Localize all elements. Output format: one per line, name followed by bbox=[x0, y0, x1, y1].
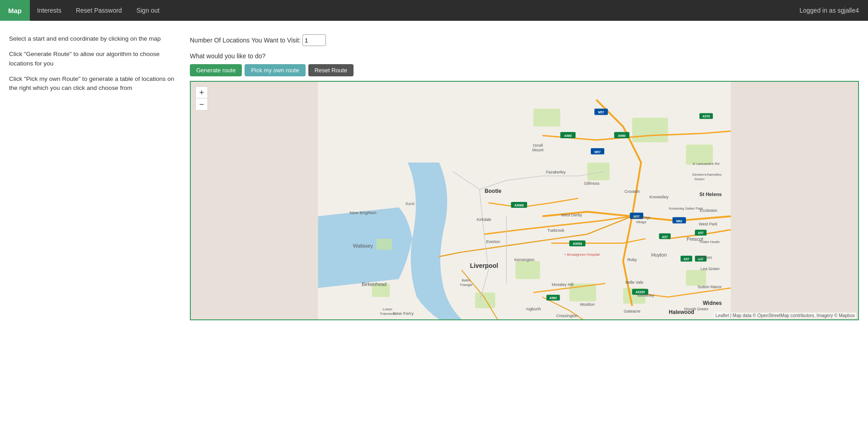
instruction-3: Click "Pick my own Route" to generate a … bbox=[9, 75, 181, 93]
svg-text:Gillmoss: Gillmoss bbox=[584, 181, 600, 186]
svg-text:A57: A57 bbox=[698, 231, 704, 234]
svg-text:A580: A580 bbox=[564, 134, 572, 137]
num-locations-row: Number Of Locations You Want to Visit: bbox=[190, 34, 859, 46]
svg-rect-8 bbox=[686, 270, 706, 286]
svg-text:Bootle: Bootle bbox=[485, 188, 501, 194]
svg-text:A580: A580 bbox=[618, 134, 626, 137]
svg-text:Wallasey: Wallasey bbox=[353, 243, 373, 248]
svg-text:Whiston: Whiston bbox=[696, 255, 712, 260]
svg-rect-9 bbox=[475, 292, 495, 308]
svg-text:A5058: A5058 bbox=[573, 242, 582, 245]
reset-route-button[interactable]: Reset Route bbox=[308, 64, 354, 76]
svg-rect-4 bbox=[587, 163, 610, 181]
svg-text:Sutton Manor: Sutton Manor bbox=[698, 285, 722, 289]
svg-text:Aigburth: Aigburth bbox=[526, 307, 541, 311]
svg-text:Kensington: Kensington bbox=[514, 257, 535, 262]
svg-text:Haresfinc: Haresfinc bbox=[707, 173, 722, 177]
what-label: What would you like to do? bbox=[190, 52, 859, 60]
map-svg: M57 M57 M62 A580 A580 A57 A57 A962 A5209 bbox=[191, 82, 858, 319]
svg-text:A57: A57 bbox=[662, 235, 668, 239]
svg-text:A962: A962 bbox=[549, 296, 557, 300]
svg-text:A579: A579 bbox=[703, 115, 710, 118]
map-container[interactable]: + − bbox=[190, 81, 859, 320]
svg-text:Knowsley: Knowsley bbox=[650, 194, 669, 199]
svg-text:Halewood: Halewood bbox=[669, 309, 694, 315]
svg-text:West Park: West Park bbox=[699, 222, 718, 226]
svg-text:Gateacre: Gateacre bbox=[624, 309, 641, 314]
svg-rect-2 bbox=[632, 117, 668, 142]
svg-text:Lower: Lower bbox=[383, 307, 393, 311]
svg-text:Tranmere: Tranmere bbox=[380, 312, 396, 316]
svg-text:Baltic: Baltic bbox=[462, 278, 470, 282]
nav-link-reset-password[interactable]: Reset Password bbox=[69, 0, 129, 21]
svg-text:Woolton: Woolton bbox=[580, 302, 595, 307]
svg-text:Widnes: Widnes bbox=[703, 300, 722, 306]
svg-text:Thatto Heath: Thatto Heath bbox=[699, 240, 720, 244]
generate-route-button[interactable]: Generate route bbox=[190, 64, 242, 76]
svg-rect-1 bbox=[533, 109, 561, 127]
svg-text:A57: A57 bbox=[684, 257, 689, 261]
svg-text:A5088: A5088 bbox=[514, 204, 524, 207]
left-panel: Select a start and end coordinate by cli… bbox=[9, 30, 181, 320]
svg-text:Huyton: Huyton bbox=[651, 252, 667, 257]
zoom-in-button[interactable]: + bbox=[196, 87, 208, 98]
main-content: Select a start and end coordinate by cli… bbox=[0, 21, 868, 320]
svg-text:Mount: Mount bbox=[532, 148, 543, 152]
svg-text:Netherley: Netherley bbox=[637, 293, 655, 298]
right-panel: Number Of Locations You Want to Visit: W… bbox=[190, 30, 859, 320]
svg-text:Liverpool: Liverpool bbox=[470, 262, 498, 269]
svg-text:Orrell: Orrell bbox=[533, 143, 543, 148]
svg-text:Cressington: Cressington bbox=[556, 314, 578, 318]
svg-text:E Lancashire Rd: E Lancashire Rd bbox=[693, 162, 720, 166]
action-buttons: Generate route Pick my own route Reset R… bbox=[190, 64, 859, 76]
navbar: Map Interests Reset Password Sign out Lo… bbox=[0, 0, 868, 21]
svg-text:+ Broadgreen Hospital: + Broadgreen Hospital bbox=[564, 253, 600, 257]
svg-text:Belle Vale: Belle Vale bbox=[625, 280, 643, 285]
svg-text:Knowsley Safari Park: Knowsley Safari Park bbox=[669, 206, 703, 211]
svg-text:M57: M57 bbox=[598, 111, 604, 114]
svg-text:Village: Village bbox=[636, 220, 646, 224]
svg-text:Kirkdale: Kirkdale bbox=[477, 217, 491, 222]
pick-route-button[interactable]: Pick my own route bbox=[245, 64, 305, 76]
svg-text:Bank: Bank bbox=[406, 201, 415, 206]
svg-rect-5 bbox=[515, 261, 540, 279]
zoom-out-button[interactable]: − bbox=[196, 98, 208, 110]
svg-rect-10 bbox=[376, 239, 392, 250]
svg-text:Croxteth: Croxteth bbox=[624, 189, 640, 194]
nav-link-interests[interactable]: Interests bbox=[30, 0, 69, 21]
num-locations-input[interactable] bbox=[302, 34, 326, 46]
svg-text:New Brighton: New Brighton bbox=[349, 210, 376, 215]
svg-text:St Helens: St Helens bbox=[699, 192, 722, 197]
svg-text:New Ferry: New Ferry bbox=[393, 311, 414, 316]
svg-text:Lea Green: Lea Green bbox=[701, 267, 720, 271]
svg-text:West Derby: West Derby bbox=[561, 213, 582, 217]
instruction-1: Select a start and end coordinate by cli… bbox=[9, 34, 181, 43]
svg-text:Mossley Hill: Mossley Hill bbox=[552, 282, 574, 287]
svg-text:Green: Green bbox=[694, 177, 704, 181]
zoom-controls: + − bbox=[195, 86, 208, 111]
nav-links: Interests Reset Password Sign out bbox=[30, 0, 799, 21]
svg-text:Tuebrook: Tuebrook bbox=[547, 228, 565, 233]
svg-text:M57: M57 bbox=[594, 150, 601, 154]
svg-text:Denton's: Denton's bbox=[693, 173, 707, 177]
svg-text:Triangle: Triangle bbox=[460, 283, 473, 287]
num-locations-label: Number Of Locations You Want to Visit: bbox=[190, 37, 301, 44]
svg-text:Stockbridge: Stockbridge bbox=[632, 215, 651, 220]
nav-link-sign-out[interactable]: Sign out bbox=[129, 0, 167, 21]
svg-text:Everton: Everton bbox=[486, 239, 500, 244]
map-attribution: Leaflet | Map data © OpenStreetMap contr… bbox=[714, 313, 856, 318]
svg-text:Fazakerley: Fazakerley bbox=[546, 170, 566, 174]
instruction-2: Click "Generate Route" to allow our algo… bbox=[9, 50, 181, 68]
svg-text:M62: M62 bbox=[676, 220, 683, 223]
svg-text:Birkenhead: Birkenhead bbox=[362, 281, 387, 287]
nav-brand[interactable]: Map bbox=[0, 0, 30, 21]
nav-user: Logged in as sgjalle4 bbox=[799, 7, 868, 14]
svg-text:Roby: Roby bbox=[627, 257, 637, 262]
